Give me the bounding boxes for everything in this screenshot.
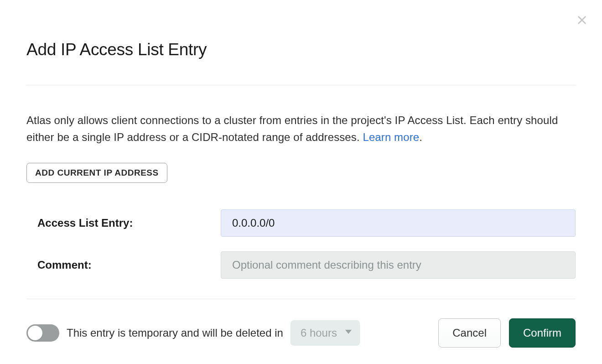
toggle-knob (28, 326, 42, 340)
duration-select[interactable]: 6 hours (291, 320, 360, 346)
description-period: . (419, 131, 422, 143)
comment-input[interactable] (221, 251, 576, 279)
modal-footer: This entry is temporary and will be dele… (26, 318, 576, 348)
duration-value: 6 hours (301, 327, 337, 339)
access-list-entry-input[interactable] (221, 209, 576, 237)
access-list-entry-row: Access List Entry: (26, 209, 576, 237)
comment-row: Comment: (26, 251, 576, 279)
learn-more-link[interactable]: Learn more (363, 131, 419, 143)
modal-description: Atlas only allows client connections to … (26, 112, 576, 146)
cancel-button[interactable]: Cancel (438, 318, 501, 348)
divider-bottom (26, 299, 576, 299)
divider-top (26, 85, 576, 85)
add-ip-access-modal: Add IP Access List Entry Atlas only allo… (0, 0, 602, 364)
access-list-entry-label: Access List Entry: (37, 217, 221, 229)
modal-title: Add IP Access List Entry (26, 40, 576, 59)
temporary-toggle[interactable] (26, 324, 59, 342)
confirm-button[interactable]: Confirm (509, 318, 576, 348)
temporary-label: This entry is temporary and will be dele… (67, 327, 283, 339)
chevron-down-icon (345, 330, 352, 334)
description-text: Atlas only allows client connections to … (26, 114, 558, 143)
comment-label: Comment: (37, 259, 221, 271)
close-button[interactable] (576, 14, 588, 26)
add-current-ip-button[interactable]: ADD CURRENT IP ADDRESS (26, 163, 167, 183)
